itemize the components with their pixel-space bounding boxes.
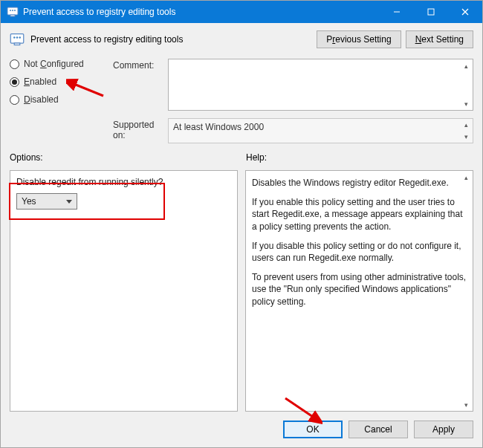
help-label: Help: — [242, 152, 473, 163]
supported-on-value: At least Windows 2000 ▴ ▾ — [168, 118, 473, 143]
scrollbar[interactable]: ▴ ▾ — [460, 119, 473, 143]
scrollbar[interactable]: ▴ ▾ — [460, 59, 473, 110]
scroll-up-icon[interactable]: ▴ — [460, 171, 473, 184]
policy-icon — [7, 6, 19, 18]
radio-label: Not Configured — [24, 59, 84, 69]
svg-point-2 — [10, 10, 11, 11]
help-text: If you enable this policy setting and th… — [252, 196, 467, 233]
cancel-button[interactable]: Cancel — [349, 421, 408, 438]
state-radio-group: Not Configured Enabled Disabled — [10, 59, 110, 143]
config-grid: Not Configured Enabled Disabled Comment:… — [10, 59, 473, 143]
help-text: Disables the Windows registry editor Reg… — [252, 177, 467, 189]
maximize-button[interactable] — [414, 1, 448, 23]
radio-icon — [10, 95, 19, 105]
help-text: If you disable this policy setting or do… — [252, 240, 467, 264]
policy-title: Prevent access to registry editing tools — [30, 34, 311, 45]
apply-button[interactable]: Apply — [414, 421, 473, 438]
comment-label: Comment: — [113, 59, 165, 111]
radio-enabled[interactable]: Enabled — [10, 77, 110, 87]
option-combo[interactable]: Yes — [16, 193, 77, 210]
supported-on-label: Supported on: — [113, 118, 165, 143]
client-area: Prevent access to registry editing tools… — [1, 23, 482, 447]
svg-point-3 — [12, 10, 13, 11]
scroll-up-icon[interactable]: ▴ — [460, 119, 473, 131]
radio-icon — [10, 59, 19, 69]
help-panel: Disables the Windows registry editor Reg… — [245, 170, 473, 412]
svg-point-11 — [13, 36, 16, 39]
svg-point-4 — [14, 10, 16, 11]
header-row: Prevent access to registry editing tools… — [10, 30, 473, 48]
window-controls — [380, 1, 482, 23]
svg-rect-1 — [10, 15, 15, 16]
radio-icon — [10, 77, 19, 87]
panels-row: Disable regedit from running silently? Y… — [10, 170, 473, 412]
policy-icon — [10, 32, 25, 47]
radio-label: Enabled — [24, 77, 56, 87]
options-panel: Disable regedit from running silently? Y… — [10, 170, 238, 412]
scroll-up-icon[interactable]: ▴ — [460, 59, 473, 72]
section-labels: Options: Help: — [10, 152, 473, 163]
options-label: Options: — [10, 152, 242, 163]
option-combo-value: Yes — [22, 196, 36, 207]
svg-point-13 — [19, 36, 22, 39]
radio-disabled[interactable]: Disabled — [10, 94, 110, 105]
nav-buttons: Previous Setting Next Setting — [317, 30, 473, 48]
close-button[interactable] — [448, 1, 482, 23]
ok-button[interactable]: OK — [283, 421, 343, 438]
previous-setting-button[interactable]: Previous Setting — [317, 30, 401, 48]
help-text: To prevent users from using other admini… — [252, 271, 467, 308]
svg-point-12 — [16, 36, 19, 39]
next-setting-button[interactable]: Next Setting — [406, 30, 473, 48]
titlebar: Prevent access to registry editing tools — [1, 1, 482, 23]
scroll-down-icon[interactable]: ▾ — [460, 97, 473, 110]
radio-label: Disabled — [24, 94, 59, 105]
scrollbar[interactable]: ▴ ▾ — [460, 171, 473, 411]
svg-rect-10 — [14, 43, 20, 45]
dialog-window: Prevent access to registry editing tools — [0, 0, 483, 448]
window-title: Prevent access to registry editing tools — [23, 7, 380, 17]
minimize-button[interactable] — [380, 1, 414, 23]
radio-not-configured[interactable]: Not Configured — [10, 59, 110, 69]
dialog-buttons: OK Cancel Apply — [10, 418, 473, 438]
svg-rect-6 — [428, 9, 434, 15]
scroll-down-icon[interactable]: ▾ — [460, 398, 473, 411]
scroll-down-icon[interactable]: ▾ — [460, 131, 473, 143]
comment-input[interactable]: ▴ ▾ — [168, 59, 473, 111]
option-question: Disable regedit from running silently? — [16, 177, 231, 187]
